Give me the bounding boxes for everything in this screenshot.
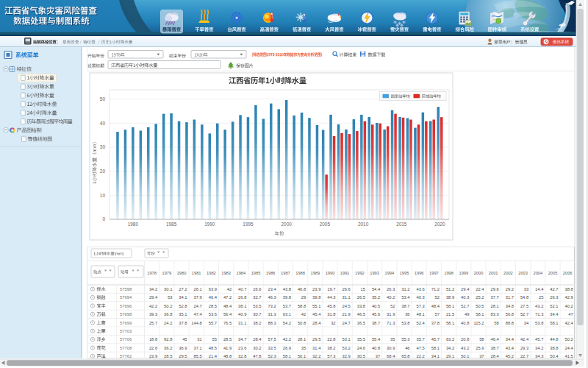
svg-text:46.4: 46.4 — [491, 337, 500, 342]
svg-text:44.3: 44.3 — [327, 295, 335, 300]
svg-text:39.3: 39.3 — [149, 312, 157, 316]
svg-text:29.5: 29.5 — [179, 354, 187, 358]
svg-text:58: 58 — [479, 337, 484, 342]
svg-text:53: 53 — [168, 295, 172, 300]
svg-text:34.1: 34.1 — [431, 354, 440, 358]
svg-text:1987: 1987 — [281, 271, 290, 275]
svg-text:58.8: 58.8 — [298, 304, 306, 308]
svg-text:45.2: 45.2 — [506, 354, 514, 358]
svg-text:28.1: 28.1 — [491, 304, 499, 308]
svg-text:24.6: 24.6 — [357, 346, 365, 350]
svg-text:19.7: 19.7 — [327, 287, 335, 291]
svg-text:43.8: 43.8 — [283, 287, 291, 291]
svg-text:40.2: 40.2 — [565, 304, 573, 308]
svg-text:34.2: 34.2 — [446, 346, 454, 350]
svg-text:56.4: 56.4 — [223, 312, 232, 316]
svg-text:58.1: 58.1 — [431, 346, 440, 350]
svg-text:40.8: 40.8 — [461, 321, 469, 325]
svg-text:52.3: 52.3 — [268, 354, 276, 358]
svg-text:23.4: 23.4 — [268, 287, 277, 291]
svg-text:10: 10 — [100, 193, 106, 198]
svg-text:2015: 2015 — [396, 222, 407, 227]
svg-text:1993: 1993 — [370, 271, 379, 275]
svg-text:49: 49 — [465, 312, 469, 316]
svg-text:1998: 1998 — [444, 271, 453, 275]
svg-text:35: 35 — [301, 346, 306, 350]
svg-text:1999: 1999 — [459, 271, 468, 275]
svg-text:30.7: 30.7 — [253, 312, 261, 316]
svg-text:63.2: 63.2 — [446, 337, 454, 342]
svg-text:38.7: 38.7 — [372, 321, 380, 325]
svg-text:36.2: 36.2 — [164, 346, 172, 350]
svg-text:53.4: 53.4 — [401, 295, 410, 300]
svg-text:47.2: 47.2 — [223, 295, 232, 300]
svg-text:30.9: 30.9 — [387, 346, 395, 350]
svg-text:28.5: 28.5 — [223, 337, 232, 342]
svg-text:57.3: 57.3 — [327, 354, 335, 358]
svg-text:46.3: 46.3 — [268, 295, 276, 300]
svg-text:50.2: 50.2 — [565, 337, 573, 342]
svg-text:58.1: 58.1 — [476, 312, 484, 316]
svg-text:34.7: 34.7 — [238, 337, 246, 342]
svg-text:22.8: 22.8 — [327, 337, 335, 342]
svg-text:2020: 2020 — [434, 222, 445, 227]
svg-text:34.4: 34.4 — [550, 312, 559, 316]
svg-text:40.5: 40.5 — [372, 304, 380, 308]
svg-text:25.9: 25.9 — [476, 346, 484, 350]
svg-text:29.6: 29.6 — [491, 287, 499, 291]
svg-text:57699: 57699 — [120, 321, 132, 325]
svg-text:57.5: 57.5 — [268, 337, 276, 342]
svg-text:43.6: 43.6 — [417, 287, 425, 291]
svg-text:26.9: 26.9 — [283, 346, 291, 350]
svg-text:54.2: 54.2 — [283, 321, 291, 325]
svg-text:27.5: 27.5 — [520, 304, 528, 308]
svg-text:36.5: 36.5 — [357, 321, 365, 325]
svg-text:38.7: 38.7 — [401, 304, 409, 308]
svg-text:24.5: 24.5 — [343, 304, 351, 308]
svg-text:53.7: 53.7 — [283, 304, 291, 308]
svg-text:52.7: 52.7 — [520, 312, 528, 316]
svg-text:38.8: 38.8 — [565, 287, 573, 291]
svg-text:45: 45 — [182, 337, 187, 342]
svg-text:18.8: 18.8 — [149, 337, 157, 342]
svg-text:57.3: 57.3 — [417, 304, 425, 308]
svg-text:92.8: 92.8 — [164, 337, 172, 342]
svg-text:2006: 2006 — [563, 271, 573, 275]
svg-text:52.7: 52.7 — [461, 304, 469, 308]
svg-text:54.4: 54.4 — [372, 287, 381, 291]
svg-text:57: 57 — [435, 312, 440, 316]
svg-text:33.5: 33.5 — [268, 346, 276, 350]
svg-text:1990: 1990 — [204, 222, 215, 227]
svg-text:34.1: 34.1 — [179, 295, 187, 300]
svg-text:39.8: 39.8 — [283, 295, 291, 300]
svg-text:1994: 1994 — [384, 271, 394, 275]
svg-text:0: 0 — [102, 216, 105, 222]
svg-text:1979: 1979 — [162, 271, 171, 275]
svg-text:28.4: 28.4 — [312, 321, 321, 325]
svg-text:2003: 2003 — [518, 271, 528, 275]
svg-text:22.6: 22.6 — [149, 346, 157, 350]
svg-text:29.3: 29.3 — [520, 346, 528, 350]
svg-text:46.8: 46.8 — [298, 287, 306, 291]
svg-text:57708: 57708 — [120, 346, 132, 350]
svg-text:58.1: 58.1 — [283, 354, 291, 358]
svg-text:34.3: 34.3 — [535, 354, 543, 358]
svg-text:68.4: 68.4 — [387, 354, 395, 358]
svg-text:37.7: 37.7 — [491, 295, 499, 300]
svg-text:47.8: 47.8 — [253, 354, 261, 358]
svg-text:1980: 1980 — [177, 271, 187, 275]
svg-text:63.1: 63.1 — [283, 312, 291, 316]
svg-text:46.5: 46.5 — [357, 312, 365, 316]
svg-text:31.9: 31.9 — [387, 312, 395, 316]
svg-text:33: 33 — [524, 287, 528, 291]
svg-text:32.2: 32.2 — [312, 354, 320, 358]
svg-text:1990: 1990 — [326, 271, 335, 275]
svg-text:1997: 1997 — [429, 271, 439, 275]
svg-text:53.2: 53.2 — [343, 346, 351, 350]
svg-text:71.2: 71.2 — [431, 287, 440, 291]
svg-text:40: 40 — [100, 121, 106, 126]
svg-text:28.4: 28.4 — [491, 354, 500, 358]
svg-text:57696: 57696 — [120, 304, 132, 308]
svg-text:20: 20 — [100, 169, 106, 174]
svg-text:24.7: 24.7 — [194, 304, 202, 308]
